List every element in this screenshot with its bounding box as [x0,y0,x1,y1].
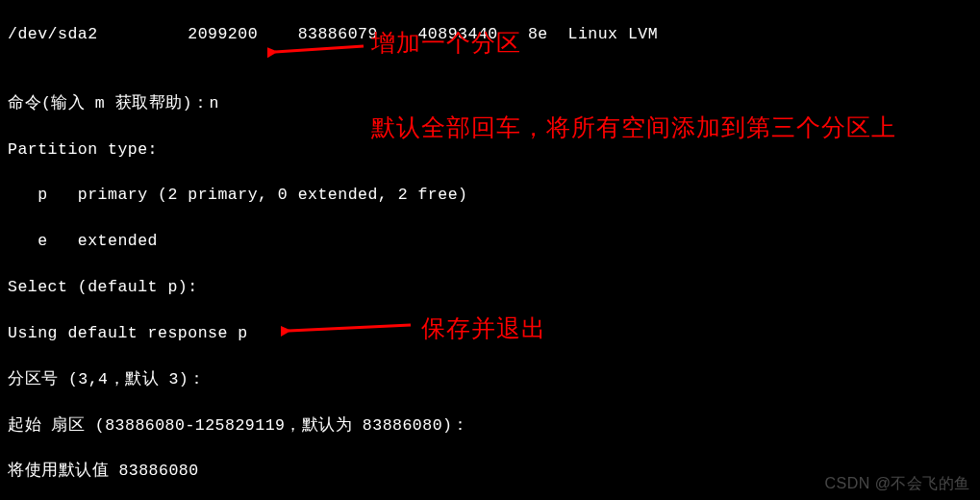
terminal-line: 起始 扇区 (83886080-125829119，默认为 83886080)： [8,414,972,438]
terminal-line: /dev/sda2 2099200 83886079 40893440 8e L… [8,23,972,46]
terminal-line: 命令(输入 m 获取帮助)：n [8,92,972,115]
terminal-output: /dev/sda2 2099200 83886079 40893440 8e L… [0,0,980,500]
terminal-line: p primary (2 primary, 0 extended, 2 free… [8,184,972,207]
terminal-line: Using default response p [8,322,972,345]
terminal-line: e extended [8,230,972,253]
terminal-line: Select (default p): [8,276,972,299]
watermark: CSDN @不会飞的鱼 [824,472,970,494]
terminal-line: Partition type: [8,138,972,162]
terminal-line: 分区号 (3,4，默认 3)： [8,368,972,391]
